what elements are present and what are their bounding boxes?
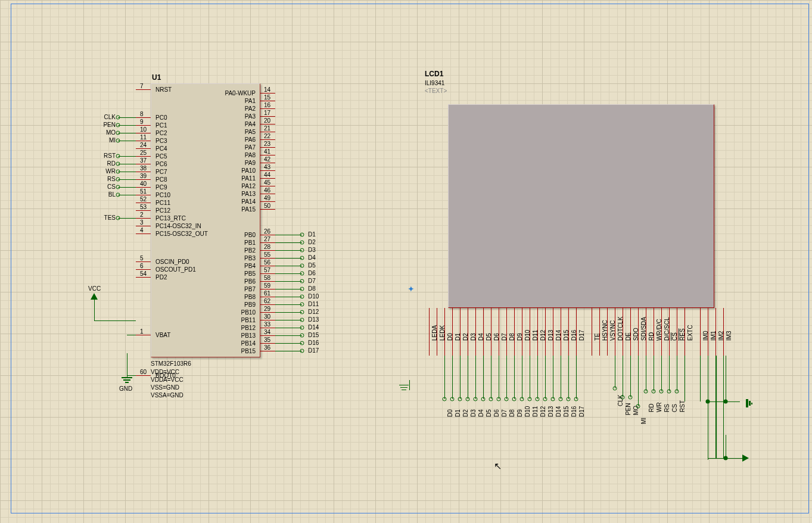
terminal-icon[interactable] <box>300 248 304 253</box>
terminal-icon[interactable] <box>116 162 120 166</box>
lcd-pin-stub <box>568 308 569 326</box>
terminal-icon[interactable] <box>636 404 640 409</box>
lcd-pin-stub <box>685 308 685 326</box>
terminal-icon[interactable] <box>621 396 625 400</box>
lcd-net-label: D11 <box>532 406 539 417</box>
lcd-net-wire <box>677 356 677 391</box>
u1-pin-name: PD2 <box>155 274 167 281</box>
terminal-icon[interactable] <box>116 178 120 182</box>
lcd-bus-drop <box>700 356 701 401</box>
terminal-icon[interactable] <box>116 116 120 120</box>
lcd-net-label: RS <box>664 404 670 412</box>
lcd-net-label: D14 <box>555 406 562 417</box>
terminal-icon[interactable] <box>300 295 304 299</box>
lcd-net-label: D17 <box>578 406 585 417</box>
lcd-net-label: WR <box>656 402 662 412</box>
terminal-icon[interactable] <box>520 397 524 401</box>
u1-pin-num: 40 <box>140 180 147 187</box>
terminal-icon[interactable] <box>116 123 120 127</box>
u1-ref[interactable]: U1 <box>152 73 161 82</box>
terminal-icon[interactable] <box>567 397 571 401</box>
terminal-icon[interactable] <box>300 318 304 322</box>
terminal-icon[interactable] <box>667 390 671 394</box>
u1-net-label: D2 <box>308 239 316 245</box>
u1-net-wire <box>118 218 136 219</box>
u1-net-label: D4 <box>308 254 316 261</box>
u1-net-label: MO <box>94 129 116 136</box>
im-bus-h1 <box>708 401 726 402</box>
u1-pin-name: NRST <box>155 86 172 93</box>
terminal-icon[interactable] <box>300 272 304 276</box>
gnd-bar1 <box>122 377 132 378</box>
terminal-icon[interactable] <box>481 397 486 401</box>
lcd-ref[interactable]: LCD1 <box>425 70 443 78</box>
u1-pin-num: 14 <box>264 86 270 93</box>
terminal-icon[interactable] <box>652 390 656 394</box>
terminal-icon[interactable] <box>659 390 664 394</box>
terminal-icon[interactable] <box>543 397 547 401</box>
terminal-icon[interactable] <box>300 341 304 345</box>
terminal-icon[interactable] <box>458 397 462 401</box>
terminal-icon[interactable] <box>300 287 304 291</box>
lcd-screen[interactable] <box>448 104 714 308</box>
terminal-icon[interactable] <box>116 170 120 174</box>
terminal-icon[interactable] <box>116 139 120 143</box>
terminal-icon[interactable] <box>300 310 304 315</box>
u1-pin-num: 5 <box>140 255 144 262</box>
u1-pin-num: 2 <box>140 211 144 218</box>
terminal-icon[interactable] <box>489 397 493 401</box>
terminal-icon[interactable] <box>300 233 304 237</box>
terminal-icon[interactable] <box>644 390 648 394</box>
terminal-icon[interactable] <box>116 154 120 158</box>
terminal-icon[interactable] <box>528 397 532 401</box>
terminal-icon[interactable] <box>536 397 540 401</box>
lcd-net-wire <box>623 356 623 397</box>
terminal-icon[interactable] <box>450 397 455 401</box>
lcd-net-wire <box>661 356 662 391</box>
u1-pin-num: 20 <box>264 117 270 124</box>
u1-net-wire <box>275 258 302 259</box>
u1-pin-name: PC4 <box>155 145 167 152</box>
u1-powerline: VDDA=VCC <box>151 376 183 383</box>
lcd-pin-lead <box>522 326 522 356</box>
terminal-icon[interactable] <box>613 387 617 391</box>
lcd-pin-lead <box>537 326 538 356</box>
terminal-icon[interactable] <box>116 193 120 197</box>
terminal-icon[interactable] <box>574 397 578 401</box>
terminal-icon[interactable] <box>300 264 304 268</box>
terminal-icon[interactable] <box>474 397 478 401</box>
u1-net-wire <box>275 328 302 328</box>
terminal-icon[interactable] <box>466 397 470 401</box>
terminal-icon[interactable] <box>300 349 304 353</box>
terminal-icon[interactable] <box>505 397 509 401</box>
terminal-icon[interactable] <box>559 397 563 401</box>
lcd-pin-stub <box>561 308 561 326</box>
lcd-net-label: D7 <box>501 409 508 417</box>
u1-net-wire <box>118 195 136 195</box>
lcd-net-wire <box>522 356 522 399</box>
lcd-pin-stub <box>715 308 716 326</box>
terminal-icon[interactable] <box>300 303 304 307</box>
terminal-icon[interactable] <box>116 131 120 135</box>
lcd-pin-lead <box>468 326 468 356</box>
vcc-label: VCC <box>88 285 101 292</box>
lcd-pin-stub <box>646 308 646 326</box>
terminal-icon[interactable] <box>300 326 304 330</box>
terminal-icon[interactable] <box>512 397 517 401</box>
terminal-icon[interactable] <box>300 279 304 284</box>
lcd-pin-lead <box>568 326 569 356</box>
terminal-icon[interactable] <box>116 216 120 220</box>
terminal-icon[interactable] <box>443 397 447 401</box>
terminal-icon[interactable] <box>116 185 120 189</box>
terminal-icon[interactable] <box>675 390 679 394</box>
u1-pin-num: 41 <box>264 148 270 155</box>
terminal-icon[interactable] <box>629 396 633 400</box>
terminal-icon[interactable] <box>300 241 304 245</box>
terminal-icon[interactable] <box>551 397 555 401</box>
u1-pin-stub <box>136 195 151 195</box>
terminal-icon[interactable] <box>497 397 501 401</box>
terminal-icon[interactable] <box>300 256 304 260</box>
lcd-pin-lead <box>661 326 662 356</box>
terminal-icon[interactable] <box>300 334 304 338</box>
u1-pin-num: 55 <box>264 251 270 258</box>
